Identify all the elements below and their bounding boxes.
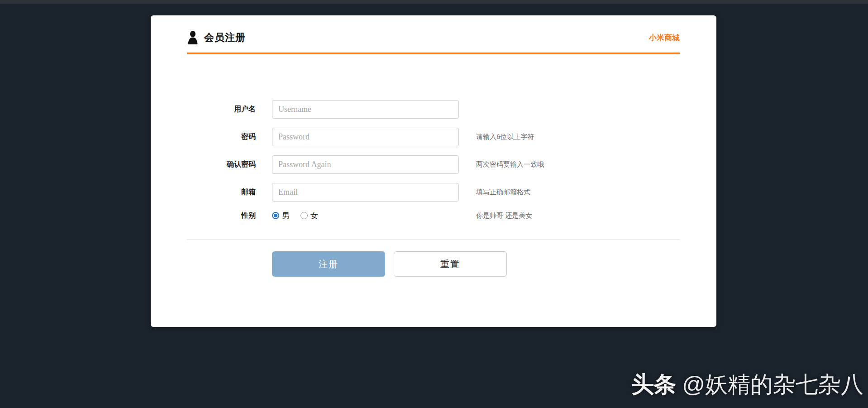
email-label: 邮箱 xyxy=(151,187,256,197)
password-label: 密码 xyxy=(151,132,256,142)
confirm-password-hint: 两次密码要输入一致哦 xyxy=(476,160,544,169)
confirm-password-input[interactable] xyxy=(272,155,459,174)
gender-option-male[interactable]: 男 xyxy=(272,211,290,221)
form-row-username: 用户名 xyxy=(151,100,716,119)
form-row-password: 密码 请输入6位以上字符 xyxy=(151,128,716,146)
button-row: 注册 重置 xyxy=(272,251,507,277)
password-hint: 请输入6位以上字符 xyxy=(476,133,534,141)
male-radio-label: 男 xyxy=(282,211,290,221)
accent-rule xyxy=(187,53,680,54)
username-input[interactable] xyxy=(272,100,459,119)
username-label: 用户名 xyxy=(151,105,256,114)
watermark-brand: 头条 xyxy=(631,370,676,400)
registration-card: 会员注册 小米商城 用户名 密码 请输入6位以上字符 确认密码 两次密码要输入一… xyxy=(151,15,716,327)
email-input[interactable] xyxy=(272,183,459,202)
watermark: 头条 @妖精的杂七杂八 xyxy=(631,370,863,400)
registration-form: 用户名 密码 请输入6位以上字符 确认密码 两次密码要输入一致哦 邮箱 填写正确… xyxy=(151,100,716,221)
female-radio[interactable] xyxy=(300,212,308,219)
form-row-confirm-password: 确认密码 两次密码要输入一致哦 xyxy=(151,155,716,174)
gender-radio-group: 男 女 xyxy=(272,211,459,221)
user-icon xyxy=(187,31,199,44)
gender-hint: 你是帅哥 还是美女 xyxy=(476,211,532,220)
gender-label: 性别 xyxy=(151,211,256,221)
top-bar xyxy=(0,0,868,4)
form-row-gender: 性别 男 女 你是帅哥 还是美女 xyxy=(151,211,716,221)
reset-button[interactable]: 重置 xyxy=(394,251,507,277)
confirm-password-label: 确认密码 xyxy=(151,160,256,169)
password-input[interactable] xyxy=(272,128,459,146)
female-radio-label: 女 xyxy=(310,211,318,221)
male-radio[interactable] xyxy=(272,212,279,219)
card-header: 会员注册 小米商城 xyxy=(187,30,680,45)
watermark-handle: @妖精的杂七杂八 xyxy=(682,370,863,400)
page-title: 会员注册 xyxy=(204,31,246,44)
form-divider xyxy=(187,239,680,240)
brand-link[interactable]: 小米商城 xyxy=(649,33,680,43)
email-hint: 填写正确邮箱格式 xyxy=(476,188,530,197)
form-row-email: 邮箱 填写正确邮箱格式 xyxy=(151,183,716,202)
gender-option-female[interactable]: 女 xyxy=(300,211,318,221)
register-button[interactable]: 注册 xyxy=(272,251,385,277)
